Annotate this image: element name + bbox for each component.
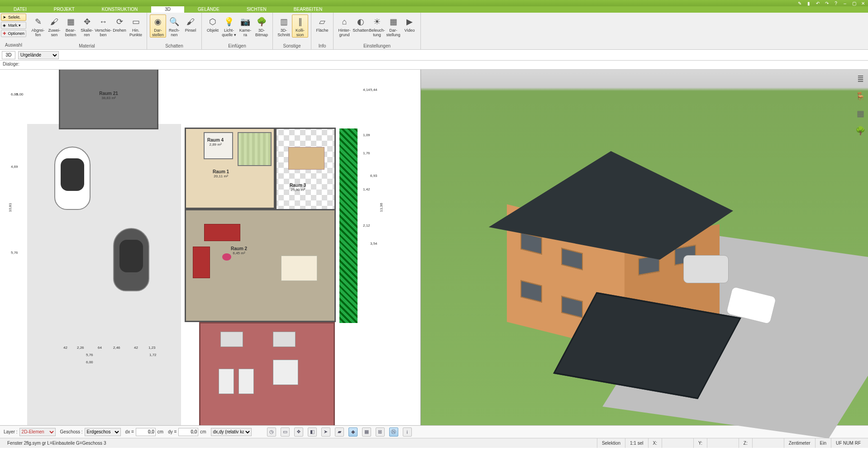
menu-projekt[interactable]: PROJEKT	[40, 6, 88, 13]
selekt-button[interactable]: ➤Selekt.	[1, 14, 26, 21]
car3d-silver[interactable]	[683, 255, 729, 283]
grid-icon[interactable]: ▦	[362, 428, 371, 437]
group-label: Material	[27, 43, 147, 49]
menu-konstruktion[interactable]: KONSTRUKTION	[88, 6, 151, 13]
tool-zuweisen[interactable]: 🖌Zuwei- sen	[46, 14, 62, 38]
tool-schatten[interactable]: ◐Schatten	[353, 14, 369, 33]
layer-select[interactable]: 2D-Elemen	[19, 428, 56, 436]
room-2[interactable]	[185, 209, 336, 322]
tool-icon: 🌳	[256, 16, 267, 27]
tool-hinpunkte[interactable]: ▭Hin. Punkte	[128, 14, 144, 38]
table-r3[interactable]	[288, 147, 324, 170]
tool-icon: ⟳	[114, 16, 125, 27]
tool-label: Verschie- ben	[95, 28, 112, 37]
car-white-1[interactable]	[54, 147, 91, 210]
marker-icon[interactable]: ▮	[806, 0, 812, 6]
tool-darstellen[interactable]: ◉Dar- stellen	[150, 14, 166, 38]
view-3d[interactable]: ≣ 🪑 ▦ 🌳	[421, 70, 868, 425]
tool-pinsel[interactable]: 🖌Pinsel	[182, 14, 199, 33]
dx-input[interactable]	[136, 428, 156, 436]
close-icon[interactable]: ✕	[860, 0, 866, 6]
tool-icon: ▱	[317, 16, 328, 27]
minimize-icon[interactable]: –	[842, 0, 848, 6]
tool-icon: ◐	[355, 16, 366, 27]
pencil-icon[interactable]: ✎	[796, 0, 803, 6]
rel-select[interactable]: dx,dy (relativ ka	[211, 428, 252, 436]
sub-bar: Urgelände	[0, 50, 868, 61]
dim: 5,76	[11, 251, 18, 255]
mode-field[interactable]	[2, 51, 15, 59]
lounge-2[interactable]	[273, 332, 296, 347]
stack-icon[interactable]: ❖	[294, 428, 303, 437]
help-icon[interactable]: ?	[833, 0, 839, 6]
layers-icon[interactable]: ≣	[854, 73, 866, 85]
tool-hintergrund[interactable]: ⌂Hinter- grund	[336, 14, 353, 38]
ribbon: ➤Selekt. ◈Mark. ▾ ✚Optionen Auswahl ✎Abg…	[0, 13, 868, 50]
maximize-icon[interactable]: ▢	[851, 0, 857, 6]
dining-table[interactable]	[281, 256, 317, 281]
deckchair-1[interactable]	[219, 369, 234, 394]
tool-video[interactable]: ▶Video	[401, 14, 418, 33]
wall-icon[interactable]: ▰	[335, 428, 344, 437]
undo-icon[interactable]: ↶	[815, 0, 821, 6]
arrow-icon[interactable]: ➤	[321, 428, 330, 437]
palette-icon[interactable]: ▦	[854, 108, 866, 119]
tool-lichtquelle[interactable]: 💡Licht- quelle ▾	[221, 14, 237, 38]
tool-kollision[interactable]: ‖Kolli- sion	[292, 14, 308, 38]
tool-verschieben[interactable]: ↔Verschie- ben	[95, 14, 111, 38]
tool-label: Abgrei- fen	[31, 28, 44, 37]
tree-icon[interactable]: 🌳	[854, 125, 866, 137]
tool-icon: 🖌	[185, 16, 196, 27]
tool-icon: 🔍	[169, 16, 180, 27]
tool-beleuchtung[interactable]: ☀Beleuch- tung	[369, 14, 385, 38]
menu-sichten[interactable]: SICHTEN	[233, 6, 280, 13]
screen-icon[interactable]: ▭	[281, 428, 290, 437]
stairs[interactable]	[238, 132, 272, 166]
terrace[interactable]	[199, 322, 335, 425]
tool-skalieren[interactable]: ✥Skalie- ren	[79, 14, 95, 38]
snap1-icon[interactable]: ◆	[348, 428, 358, 437]
mark-button[interactable]: ◈Mark. ▾	[1, 22, 26, 29]
terrace-table[interactable]	[273, 360, 298, 385]
tool-bearbeiten[interactable]: ▦Bear- beiten	[62, 14, 79, 38]
tool-rechnen[interactable]: 🔍Rech- nen	[166, 14, 182, 38]
garage-room[interactable]: Raum 2138,83 m²	[59, 70, 158, 129]
tool-icon: ▭	[130, 16, 141, 27]
auswahl-label: Auswahl	[1, 43, 26, 48]
dy-input[interactable]	[178, 428, 198, 436]
tool-icon: ☀	[372, 16, 382, 27]
geschoss-select[interactable]: Erdgeschos	[85, 428, 121, 436]
info-icon[interactable]: i	[403, 428, 412, 437]
clock-icon[interactable]: ◷	[267, 428, 276, 437]
tool-dbitmap[interactable]: 🌳3D- Bitmap	[253, 14, 270, 38]
lounge-1[interactable]	[220, 332, 243, 347]
tool-objekt[interactable]: ⬡Objekt	[205, 14, 221, 33]
grid2-icon[interactable]: ⊞	[376, 428, 385, 437]
redo-icon[interactable]: ↷	[824, 0, 830, 6]
sofa-2[interactable]	[193, 247, 210, 278]
chair-icon[interactable]: 🪑	[854, 90, 866, 102]
menu-gelaende[interactable]: GELÄNDE	[184, 6, 233, 13]
sofa-1[interactable]	[204, 224, 240, 241]
deckchair-2[interactable]	[238, 369, 254, 394]
terrain-select[interactable]: Urgelände	[18, 51, 59, 59]
dim: 5,00	[16, 92, 24, 96]
tool-dschnitt[interactable]: ▥3D- Schnitt	[276, 14, 292, 38]
tool-kamera[interactable]: 📷Kame- ra	[237, 14, 253, 38]
group-label: Einfügen	[202, 43, 272, 49]
tool-label: Hin. Punkte	[129, 28, 142, 37]
menu-3d[interactable]: 3D	[151, 6, 184, 13]
tool-flche[interactable]: ▱Fläche	[314, 14, 330, 33]
cube-icon[interactable]: ◧	[308, 428, 317, 437]
view-2d[interactable]: Raum 2138,83 m²	[0, 70, 421, 425]
title-bar: ✎ ▮ ↶ ↷ ? – ▢ ✕	[0, 0, 868, 6]
optionen-button[interactable]: ✚Optionen	[1, 30, 26, 37]
menu-datei[interactable]: DATEI	[0, 6, 40, 13]
menu-bearbeiten[interactable]: BEARBEITEN	[280, 6, 336, 13]
north-icon[interactable]: Ⓝ	[389, 428, 398, 437]
tool-drehen[interactable]: ⟳Drehen	[111, 14, 128, 33]
car-dark[interactable]	[113, 228, 149, 291]
tool-darstellung[interactable]: ▦Dar- stellung	[385, 14, 401, 38]
tool-abgreifen[interactable]: ✎Abgrei- fen	[30, 14, 46, 38]
dim: 3,54	[370, 242, 377, 246]
